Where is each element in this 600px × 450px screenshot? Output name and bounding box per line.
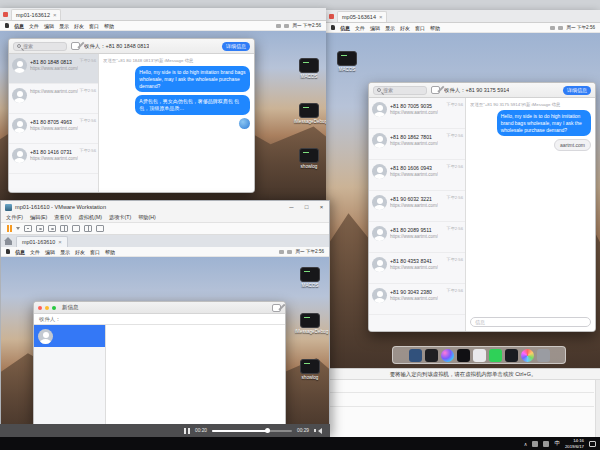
conversation-item[interactable]: +81 90 3043 2380https://www.aartmt.com/ …: [369, 284, 465, 315]
close-icon[interactable]: ×: [58, 239, 62, 245]
desktop-icon-showlog[interactable]: showlog: [294, 148, 324, 169]
conversation-item[interactable]: +81 80 7005 9035https://www.aartmt.com/ …: [369, 98, 465, 129]
minimize-button[interactable]: ─: [284, 201, 299, 213]
menu-help[interactable]: 帮助: [430, 25, 440, 31]
seek-bar[interactable]: [212, 430, 292, 432]
conversation-item[interactable]: +81 80 4353 8341https://www.aartmt.com/ …: [369, 253, 465, 284]
menu-messages[interactable]: 信息: [15, 249, 25, 255]
conversation-item[interactable]: +81 80 1848 0813https://www.aartmt.com/ …: [9, 54, 98, 84]
compose-icon[interactable]: [431, 86, 440, 94]
menu-edit[interactable]: 编辑: [45, 249, 55, 255]
to-field[interactable]: 收件人：+81 80 1848 0813: [84, 43, 149, 50]
search-input[interactable]: 搜索: [373, 86, 427, 95]
fullscreen-icon[interactable]: [72, 225, 80, 232]
to-field[interactable]: 收件人：: [34, 314, 285, 325]
vm-tab[interactable]: mp01-163612 ×: [11, 9, 61, 20]
menu-file[interactable]: 文件: [30, 249, 40, 255]
network-tray-icon[interactable]: [543, 441, 549, 447]
ctrl-alt-del-icon[interactable]: [24, 225, 32, 232]
close-button[interactable]: ×: [314, 201, 329, 213]
wifi-icon[interactable]: [279, 250, 284, 254]
unity-mode-icon[interactable]: [84, 225, 92, 232]
details-button[interactable]: 详细信息: [563, 86, 591, 95]
close-icon[interactable]: ×: [53, 12, 57, 18]
vm-tab[interactable]: mp01-163610 ×: [16, 236, 68, 247]
volume-icon[interactable]: [314, 428, 322, 434]
menu-vm[interactable]: 虚拟机(M): [79, 214, 102, 221]
apple-logo-icon[interactable]: [331, 25, 335, 30]
menu-window[interactable]: 窗口: [89, 23, 99, 29]
zoom-traffic-light[interactable]: [52, 306, 56, 310]
tray-expand-icon[interactable]: ∧: [524, 441, 528, 447]
siri-icon[interactable]: [441, 349, 454, 362]
details-button[interactable]: 详细信息: [222, 42, 250, 51]
scrollbar[interactable]: [595, 380, 600, 437]
action-center-icon[interactable]: [589, 441, 596, 447]
menu-messages[interactable]: 信息: [14, 23, 24, 29]
link-preview-bubble[interactable]: aartmt.com: [554, 139, 591, 151]
desktop-icon-showlog[interactable]: showlog: [295, 359, 325, 380]
menu-clock[interactable]: 周一 下午2:56: [295, 249, 324, 254]
finder-icon[interactable]: [409, 349, 422, 362]
menu-tabs[interactable]: 选项卡(T): [109, 214, 131, 221]
power-dropdown-icon[interactable]: [16, 227, 20, 230]
message-input[interactable]: 信息: [470, 317, 591, 327]
trash-icon[interactable]: [537, 349, 550, 362]
terminal-icon[interactable]: [457, 349, 470, 362]
desktop-icon-macos[interactable]: MACOS: [295, 267, 325, 288]
menu-edit[interactable]: 编辑(E): [30, 214, 47, 221]
snapshot-icon[interactable]: [36, 225, 44, 232]
apple-logo-icon[interactable]: [5, 23, 9, 28]
menu-edit[interactable]: 编辑: [44, 23, 54, 29]
menu-window[interactable]: 窗口: [415, 25, 425, 31]
menu-clock[interactable]: 周一 下午2:56: [566, 25, 595, 30]
notes-icon[interactable]: [473, 349, 486, 362]
window-title-bar[interactable]: 新信息: [34, 302, 285, 314]
photos-icon[interactable]: [521, 349, 534, 362]
revert-snapshot-icon[interactable]: [48, 225, 56, 232]
conversation-item[interactable]: +81 80 1416 0731https://www.aartmt.com/ …: [9, 144, 98, 174]
menu-edit[interactable]: 编辑: [370, 25, 380, 31]
maximize-button[interactable]: □: [299, 201, 314, 213]
close-icon[interactable]: ×: [379, 14, 383, 20]
play-pause-button[interactable]: [184, 428, 190, 434]
desktop-icon-imessagedebug[interactable]: iMessageDebug: [294, 103, 324, 124]
menu-help[interactable]: 帮助(H): [138, 214, 156, 221]
menu-file[interactable]: 文件: [29, 23, 39, 29]
desktop-icon-macos[interactable]: MACOS: [332, 51, 362, 72]
wifi-icon[interactable]: [550, 26, 555, 30]
wifi-icon[interactable]: [276, 24, 281, 28]
vm-tab[interactable]: mp05-163614 ×: [337, 11, 387, 22]
console-view-icon[interactable]: [96, 225, 104, 232]
menu-messages[interactable]: 信息: [340, 25, 350, 31]
menu-file[interactable]: 文件(F): [6, 214, 23, 221]
pause-vm-icon[interactable]: [7, 225, 12, 232]
minimize-traffic-light[interactable]: [45, 306, 49, 310]
menu-file[interactable]: 文件: [355, 25, 365, 31]
conversation-item[interactable]: +81 80 8705 4963https://www.aartmt.com/ …: [9, 114, 98, 144]
volume-tray-icon[interactable]: [532, 441, 538, 447]
conversation-item[interactable]: +81 80 1606 0943https://www.aartmt.com/ …: [369, 160, 465, 191]
menu-view[interactable]: 查看(V): [54, 214, 71, 221]
menu-buddies[interactable]: 好友: [74, 23, 84, 29]
conversation-item-selected[interactable]: [34, 325, 105, 347]
desktop-icon-macos[interactable]: MACOS: [294, 58, 324, 79]
menu-help[interactable]: 帮助: [105, 249, 115, 255]
manage-snapshots-icon[interactable]: [60, 225, 68, 232]
close-traffic-light[interactable]: [38, 306, 42, 310]
window-title-bar[interactable]: mp01-161610 - VMware Workstation ─ □ ×: [1, 201, 329, 213]
desktop-icon-imessagedebug[interactable]: iMessageDebug: [295, 313, 325, 334]
taskbar-clock[interactable]: 14:16 2019/6/17: [565, 438, 584, 448]
conversation-item[interactable]: +81 90 6032 3221https://www.aartmt.com/ …: [369, 191, 465, 222]
menu-view[interactable]: 显示: [60, 249, 70, 255]
apple-logo-icon[interactable]: [6, 249, 10, 254]
menu-clock[interactable]: 周一 下午2:56: [292, 23, 321, 28]
search-input[interactable]: 搜索: [13, 42, 67, 51]
to-field[interactable]: 收件人：+81 90 3175 5914: [444, 87, 509, 94]
conversation-item[interactable]: +81 80 2089 9511https://www.aartmt.com/ …: [369, 222, 465, 253]
seek-bar-handle[interactable]: [265, 428, 270, 433]
conversation-item[interactable]: https://www.aartmt.com/ 下午2:56: [9, 84, 98, 114]
menu-window[interactable]: 窗口: [90, 249, 100, 255]
menu-buddies[interactable]: 好友: [400, 25, 410, 31]
menu-help[interactable]: 帮助: [104, 23, 114, 29]
